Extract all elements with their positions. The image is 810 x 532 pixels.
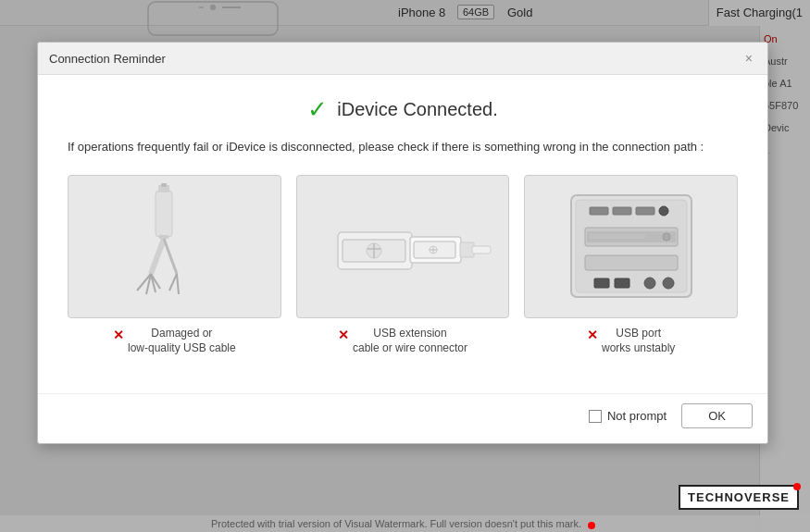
- svg-rect-37: [590, 234, 645, 239]
- svg-rect-24: [472, 246, 491, 254]
- svg-point-41: [644, 278, 655, 289]
- computer-image-box: [524, 175, 738, 318]
- not-prompt-checkbox[interactable]: [589, 410, 602, 423]
- connection-reminder-dialog: Connection Reminder × ✓ iDevice Connecte…: [37, 42, 768, 444]
- svg-point-33: [659, 206, 668, 216]
- red-dot-icon: [793, 483, 801, 490]
- dialog-titlebar: Connection Reminder ×: [38, 43, 767, 75]
- svg-line-7: [164, 239, 177, 274]
- red-x-icon-1: ✕: [113, 327, 124, 345]
- usb-ext-label-text: USB extensioncable or wire connector: [353, 326, 467, 357]
- cable-image-box: [68, 175, 281, 318]
- watermark-bar: Protected with trial version of Visual W…: [0, 515, 810, 532]
- usb-ext-image-box: [296, 175, 510, 318]
- usb-ext-label: ✕ USB extensioncable or wire connector: [338, 326, 467, 357]
- svg-point-42: [663, 278, 674, 289]
- svg-rect-39: [594, 278, 609, 288]
- image-item-cable: ✕ Damaged orlow-quality USB cable: [68, 175, 281, 357]
- svg-point-36: [663, 233, 670, 241]
- watermark-red-dot: [588, 522, 595, 529]
- svg-line-12: [169, 274, 177, 291]
- svg-line-13: [177, 274, 179, 294]
- red-x-icon-2: ✕: [338, 327, 349, 345]
- image-item-computer: ✕ USB portworks unstably: [524, 175, 738, 357]
- svg-rect-15: [161, 183, 167, 187]
- image-item-usb-ext: ✕ USB extensioncable or wire connector: [296, 175, 510, 357]
- svg-rect-40: [615, 278, 629, 288]
- dialog-description: If operations frequently fail or iDevice…: [68, 138, 738, 156]
- svg-rect-5: [159, 235, 168, 239]
- dialog-body: ✓ iDevice Connected. If operations frequ…: [38, 75, 767, 390]
- cable-label: ✕ Damaged orlow-quality USB cable: [113, 326, 236, 357]
- dialog-footer: Not prompt OK: [38, 393, 767, 443]
- cable-label-text: Damaged orlow-quality USB cable: [128, 326, 236, 357]
- red-x-icon-3: ✕: [587, 327, 598, 345]
- ok-button[interactable]: OK: [681, 403, 753, 428]
- technoverse-badge: TECHNOVERSE: [679, 485, 799, 510]
- images-row: ✕ Damaged orlow-quality USB cable: [68, 175, 738, 357]
- svg-rect-4: [156, 191, 172, 237]
- svg-rect-31: [613, 207, 631, 215]
- svg-rect-38: [585, 255, 678, 270]
- connected-header: ✓ iDevice Connected.: [68, 97, 738, 121]
- computer-label-text: USB portworks unstably: [602, 326, 675, 357]
- not-prompt-area[interactable]: Not prompt: [589, 409, 667, 423]
- dialog-title: Connection Reminder: [49, 52, 166, 66]
- connected-text: iDevice Connected.: [337, 99, 497, 120]
- svg-line-6: [151, 239, 164, 274]
- svg-rect-30: [590, 207, 608, 215]
- dialog-close-button[interactable]: ×: [741, 50, 756, 67]
- svg-rect-32: [636, 207, 654, 215]
- computer-label: ✕ USB portworks unstably: [587, 326, 675, 357]
- not-prompt-label: Not prompt: [607, 409, 667, 423]
- checkmark-icon: ✓: [307, 97, 328, 121]
